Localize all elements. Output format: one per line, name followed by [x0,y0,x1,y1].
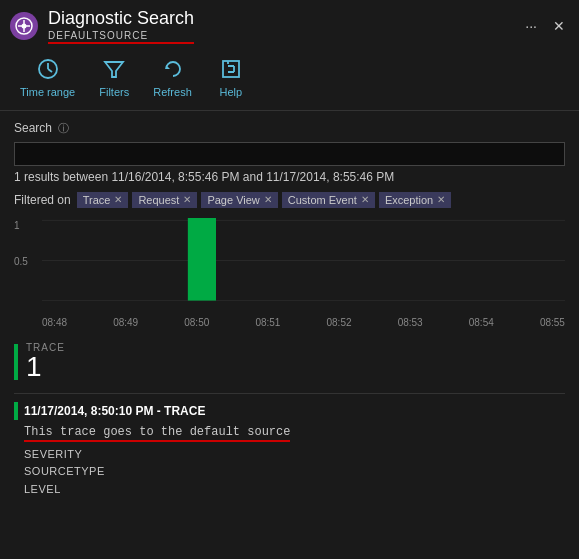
refresh-button[interactable]: Refresh [143,54,202,102]
search-row: Search ⓘ [14,121,565,136]
x-label-0852: 08:52 [327,317,352,328]
dots-menu-button[interactable]: ··· [521,16,541,36]
chart-area: 1 0.5 08:48 08:49 08:50 08:51 08:52 08:5… [14,218,565,328]
filter-tag-customevent[interactable]: Custom Event ✕ [282,192,375,208]
results-summary: 1 results between 11/16/2014, 8:55:46 PM… [14,170,565,184]
refresh-icon [162,58,184,83]
filter-tag-request[interactable]: Request ✕ [132,192,197,208]
result-header: 11/17/2014, 8:50:10 PM - TRACE [14,402,565,420]
result-field-severity: SEVERITY [24,446,565,464]
filter-tag-pageview-remove[interactable]: ✕ [264,194,272,205]
filter-tag-customevent-label: Custom Event [288,194,357,206]
filter-tag-request-label: Request [138,194,179,206]
help-label: Help [219,86,242,98]
filters-button[interactable]: Filters [89,54,139,102]
x-label-0850: 08:50 [184,317,209,328]
filter-tag-exception-label: Exception [385,194,433,206]
app-title: Diagnostic Search [48,8,194,30]
refresh-label: Refresh [153,86,192,98]
svg-marker-7 [105,62,123,77]
info-icon: ⓘ [58,121,69,136]
search-label: Search [14,121,52,135]
filter-tag-request-remove[interactable]: ✕ [183,194,191,205]
search-input[interactable] [14,142,565,166]
svg-point-3 [22,23,27,28]
filters-icon [103,58,125,83]
trace-indicator [14,344,18,380]
result-timestamp: 11/17/2014, 8:50:10 PM - TRACE [24,404,205,418]
filter-tag-trace-remove[interactable]: ✕ [114,194,122,205]
time-range-label: Time range [20,86,75,98]
x-label-0853: 08:53 [398,317,423,328]
help-icon [220,58,242,83]
help-button[interactable]: Help [206,54,256,102]
x-label-0854: 08:54 [469,317,494,328]
result-message: This trace goes to the default source [24,425,290,442]
app-icon [10,12,38,40]
svg-rect-9 [223,61,239,77]
x-label-0851: 08:51 [255,317,280,328]
filter-tag-exception[interactable]: Exception ✕ [379,192,451,208]
app-subtitle: DEFAULTSOURCE [48,30,194,44]
filter-tag-trace[interactable]: Trace ✕ [77,192,129,208]
svg-line-6 [48,69,52,72]
filter-row: Filtered on Trace ✕ Request ✕ Page View … [14,192,565,208]
window-controls: ··· ✕ [521,16,569,36]
filter-tag-pageview[interactable]: Page View ✕ [201,192,277,208]
x-label-0848: 08:48 [42,317,67,328]
trace-section: TRACE 1 [14,338,565,381]
trace-info: TRACE 1 [26,342,65,381]
result-field-level: LEVEL [24,481,565,499]
time-range-button[interactable]: Time range [10,54,85,102]
x-label-0855: 08:55 [540,317,565,328]
time-range-icon [37,58,59,83]
y-label-05: 0.5 [14,256,28,267]
toolbar: Time range Filters Refresh Help [0,48,579,111]
y-label-1: 1 [14,220,20,231]
title-text-group: Diagnostic Search DEFAULTSOURCE [48,8,194,44]
result-item: 11/17/2014, 8:50:10 PM - TRACE This trac… [14,393,565,499]
filter-tag-customevent-remove[interactable]: ✕ [361,194,369,205]
filter-tag-trace-label: Trace [83,194,111,206]
filter-label: Filtered on [14,193,71,207]
result-field-sourcetype: SOURCETYPE [24,463,565,481]
chart-svg [42,218,565,303]
x-label-0849: 08:49 [113,317,138,328]
result-dot [14,402,18,420]
filters-label: Filters [99,86,129,98]
main-content: Search ⓘ 1 results between 11/16/2014, 8… [0,111,579,509]
title-bar: Diagnostic Search DEFAULTSOURCE ··· ✕ [0,0,579,48]
filter-tag-exception-remove[interactable]: ✕ [437,194,445,205]
close-button[interactable]: ✕ [549,16,569,36]
result-body: This trace goes to the default source SE… [14,424,565,499]
filter-tag-pageview-label: Page View [207,194,259,206]
title-left: Diagnostic Search DEFAULTSOURCE [10,8,194,44]
trace-count: 1 [26,353,65,381]
x-axis-labels: 08:48 08:49 08:50 08:51 08:52 08:53 08:5… [42,317,565,328]
svg-rect-14 [188,218,216,301]
